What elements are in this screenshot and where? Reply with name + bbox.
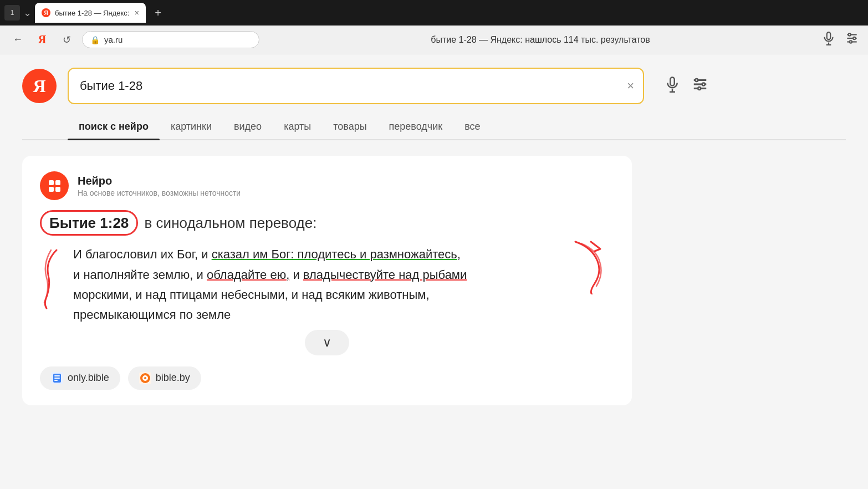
pen-mark-right-svg (570, 239, 609, 294)
verse-label-circled: Бытие 1:28 (40, 210, 138, 236)
search-input[interactable] (68, 68, 644, 104)
browser-tab[interactable]: Я бытие 1-28 — Яндекс: × (35, 3, 146, 23)
tab-favicon: Я (42, 8, 50, 17)
search-bar-wrapper: × (68, 68, 644, 104)
verse-area: И благословил их Бог, и сказал им Бог: п… (40, 244, 614, 325)
underline-red-span2: владычествуйте над рыбами (303, 268, 467, 282)
mic-icon[interactable] (821, 31, 836, 49)
page-content: Я × (0, 54, 868, 489)
url-text: ya.ru (104, 35, 122, 44)
neuro-subtitle: На основе источников, возможны неточност… (78, 189, 241, 197)
address-bar[interactable]: 🔒 ya.ru (82, 31, 259, 48)
search-tabs: поиск с нейро картинки видео карты товар… (22, 115, 846, 140)
pen-mark-area-left (40, 244, 73, 313)
tab-video[interactable]: видео (223, 115, 273, 139)
svg-point-15 (695, 79, 698, 81)
verse-heading: Бытие 1:28 в синодальном переводе: (40, 210, 614, 236)
svg-point-16 (702, 83, 705, 85)
svg-point-7 (853, 37, 855, 39)
svg-point-17 (698, 87, 701, 90)
tab-neuro[interactable]: поиск с нейро (68, 115, 160, 139)
yandex-logo: Я (22, 69, 57, 103)
voice-search-icon[interactable] (664, 76, 681, 96)
browser-titlebar: 1 ⌄ Я бытие 1-28 — Яндекс: × + (0, 0, 868, 26)
tab-close-btn[interactable]: × (135, 8, 139, 17)
svg-rect-0 (827, 32, 831, 39)
tab-translate[interactable]: переводчик (378, 115, 454, 139)
browser-toolbar: ← Я ↺ 🔒 ya.ru бытие 1-28 — Яндекс: нашло… (0, 26, 868, 54)
tab-shop[interactable]: товары (322, 115, 377, 139)
svg-rect-21 (54, 380, 58, 381)
svg-rect-20 (54, 378, 60, 379)
bible-by-icon (139, 372, 151, 384)
tab-all[interactable]: все (453, 115, 491, 139)
pen-mark-left-svg (40, 244, 70, 311)
svg-point-8 (850, 40, 852, 43)
source-link-only-bible[interactable]: only.bible (40, 366, 120, 390)
svg-rect-9 (670, 77, 675, 85)
refresh-btn[interactable]: ↺ (58, 31, 75, 49)
yandex-header: Я × (22, 68, 846, 104)
source-links: only.bible bible.by (40, 366, 614, 390)
only-bible-icon (51, 372, 63, 384)
source-link-bible-by[interactable]: bible.by (128, 366, 201, 390)
neuro-avatar (40, 171, 69, 200)
window-number: 1 (4, 5, 20, 21)
settings-icon[interactable] (845, 31, 859, 49)
back-btn[interactable]: ← (9, 31, 27, 49)
yandex-home-btn[interactable]: Я (33, 31, 51, 49)
search-filter-icon[interactable] (692, 76, 708, 96)
search-clear-btn[interactable]: × (627, 79, 634, 93)
tab-title: бытие 1-28 — Яндекс: (55, 9, 130, 17)
expand-btn-wrapper: ∨ (40, 330, 614, 355)
pen-mark-area-right (570, 239, 614, 297)
neuro-title: Нейро (78, 175, 241, 187)
expand-btn[interactable]: ∨ (305, 330, 349, 355)
lock-icon: 🔒 (90, 35, 100, 44)
verse-text-block: И благословил их Бог, и сказал им Бог: п… (73, 244, 570, 325)
search-icons-right (664, 76, 708, 96)
svg-rect-19 (54, 375, 60, 376)
page-title-display: бытие 1-28 — Яндекс: нашлось 114 тыс. ре… (266, 35, 815, 45)
toolbar-right (821, 31, 859, 49)
underline-red-span: обладайте ею, (207, 268, 289, 282)
neuro-result-block: Нейро На основе источников, возможны нет… (22, 156, 632, 405)
svg-point-6 (849, 33, 851, 35)
window-dropdown-btn[interactable]: ⌄ (23, 7, 32, 19)
underline-green-span: сказал им Бог: плодитесь и размножайтесь… (212, 247, 461, 261)
neuro-info: Нейро На основе источников, возможны нет… (78, 175, 241, 197)
svg-point-24 (144, 377, 146, 379)
new-tab-btn[interactable]: + (149, 4, 167, 22)
neuro-header: Нейро На основе источников, возможны нет… (40, 171, 614, 200)
tab-images[interactable]: картинки (160, 115, 223, 139)
tab-maps[interactable]: карты (273, 115, 322, 139)
